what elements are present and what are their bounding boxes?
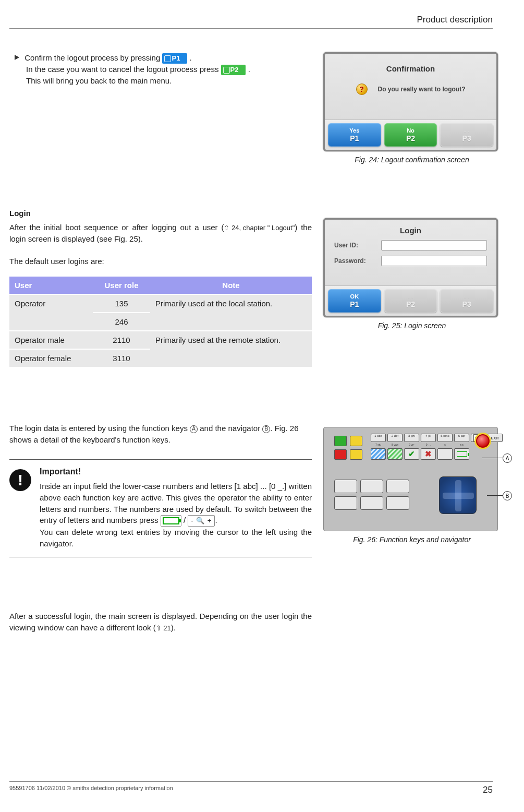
important-title: Important! [40, 467, 312, 476]
logout-line3: This will bring you back to the main men… [15, 75, 312, 87]
btn-key: P1 [350, 134, 359, 142]
function-keys-row2: ✔ ✖ [371, 448, 469, 460]
important-body-b: . [215, 516, 217, 524]
battery-key-icon [161, 515, 181, 527]
after-login-text: After a successful login, the main scree… [9, 611, 312, 634]
login-screen-title: Login [325, 220, 496, 235]
fig25-caption: Fig. 25: Login screen [323, 321, 501, 330]
zoom-text: - 🔍 + [190, 516, 213, 526]
logout-line1b: . [190, 53, 192, 62]
th-role: User role [93, 277, 150, 294]
exclamation-icon: ! [9, 469, 31, 491]
fn-key-cross[interactable]: ✖ [421, 448, 436, 460]
bb-key[interactable] [334, 496, 357, 510]
zoom-key-icon: - 🔍 + [188, 515, 215, 527]
login-p3-button: - - P3 [440, 289, 493, 313]
fn-key-blank[interactable] [437, 448, 453, 460]
fig26-caption: Fig. 26: Function keys and navigator [323, 535, 501, 544]
btn-label: No [407, 127, 415, 134]
callout-line-a [482, 458, 503, 458]
table-row: Operator male 2110 Primarily used at the… [9, 331, 312, 349]
btn-label: - - [408, 293, 413, 300]
cell-role: 3110 [93, 349, 150, 367]
cell-role: 246 [93, 313, 150, 331]
callout-b-inline: B [262, 425, 270, 433]
password-input[interactable] [381, 256, 487, 266]
bb-key[interactable] [360, 496, 383, 510]
logout-line1a: Confirm the logout process by pressing [25, 53, 162, 62]
header-rule [9, 28, 493, 29]
bb-key[interactable] [334, 480, 357, 493]
cell-user: Operator female [9, 349, 93, 367]
btn-key: P3 [462, 300, 471, 308]
logout-line2b: . [248, 65, 250, 74]
fn-key[interactable]: 6 pqr [454, 434, 469, 442]
fn-lbl: 0 _ . [421, 443, 436, 447]
login-intro: After the initial boot sequence or after… [9, 222, 312, 245]
fn-lbl: 9 yz- [404, 443, 419, 447]
cell-role: 2110 [93, 331, 150, 349]
bullet-icon [15, 55, 19, 60]
important-body-c: You can delete wrong text entries by mov… [40, 528, 312, 548]
p2-key-inline: P2 [221, 65, 246, 75]
ldt-a: The login data is entered by using the f… [9, 424, 190, 433]
emergency-stop-icon[interactable] [474, 433, 491, 449]
fn-key-p1[interactable] [371, 448, 386, 460]
confirmation-screen: Confirmation ? Do you really want to log… [323, 52, 498, 151]
btn-key: P2 [406, 134, 415, 142]
fn-key-p2[interactable] [387, 448, 403, 460]
status-lamps [334, 436, 362, 460]
logout-line2a: In the case you want to cancel the logou… [26, 65, 221, 74]
btn-label: OK [350, 293, 359, 300]
bottom-buttons [334, 480, 409, 510]
confirm-no-button[interactable]: No P2 [384, 123, 437, 147]
fn-key[interactable]: 2 def [387, 434, 403, 442]
fn-key[interactable]: 5 mno [437, 434, 453, 442]
login-heading: Login [9, 209, 31, 218]
keyboard-diagram: 1 abc 2 def 3 ghi 4 jkl 5 mno 6 pqr EXIT… [323, 427, 498, 531]
btn-label: - - [464, 127, 469, 134]
ref-icon: ⇧ 21 [156, 624, 171, 634]
userid-input[interactable] [381, 240, 487, 250]
logout-instructions: Confirm the logout process by pressing P… [15, 52, 312, 87]
cell-role: 135 [93, 294, 150, 313]
btn-key: P2 [406, 300, 415, 308]
login-data-text: The login data is entered by using the f… [9, 423, 312, 446]
fn-lbl: s [437, 443, 453, 447]
th-note: Note [150, 277, 312, 294]
btn-key: P1 [350, 300, 359, 308]
cell-user: Operator [9, 294, 93, 331]
fn-key[interactable]: 1 abc [371, 434, 386, 442]
password-label: Password: [334, 257, 376, 265]
fn-key-battery[interactable] [454, 448, 469, 460]
figure-24: Confirmation ? Do you really want to log… [323, 52, 501, 164]
login-ok-button[interactable]: OK P1 [328, 289, 381, 313]
confirmation-title: Confirmation [325, 54, 496, 73]
fn-key[interactable]: 3 ghi [404, 434, 419, 442]
fn-key[interactable]: 4 jkl [421, 434, 436, 442]
page-number: 25 [483, 785, 493, 795]
ldt-b: and the nav­igator [198, 424, 262, 433]
header-title: Product description [417, 15, 493, 25]
page-footer: 95591706 11/02/2010 © smiths detection p… [9, 781, 493, 795]
callout-line-b [487, 495, 503, 496]
callout-b: B [503, 491, 512, 500]
cell-note: Primarily used at the local sta­tion. [150, 294, 312, 331]
th-user: User [9, 277, 93, 294]
fig24-caption: Fig. 24: Logout confirmation screen [323, 156, 501, 164]
confirm-yes-button[interactable]: Yes P1 [328, 123, 381, 147]
btn-label: Yes [349, 127, 359, 134]
bb-key[interactable] [360, 480, 383, 493]
lamp-red [334, 449, 347, 460]
figure-26: 1 abc 2 def 3 ghi 4 jkl 5 mno 6 pqr EXIT… [323, 427, 501, 544]
cell-user: Operator male [9, 331, 93, 349]
login-intro-a: After the initial boot sequence or after… [9, 223, 224, 232]
btn-label: - - [464, 293, 469, 300]
navigator-pad[interactable] [439, 476, 477, 514]
fn-key-check[interactable]: ✔ [404, 448, 419, 460]
bb-key[interactable] [386, 480, 409, 493]
default-logins-line: The default user logins are: [9, 256, 104, 267]
bb-key[interactable] [386, 496, 409, 510]
lamp-green [334, 436, 347, 446]
p1-key-inline: P1 [162, 53, 187, 64]
